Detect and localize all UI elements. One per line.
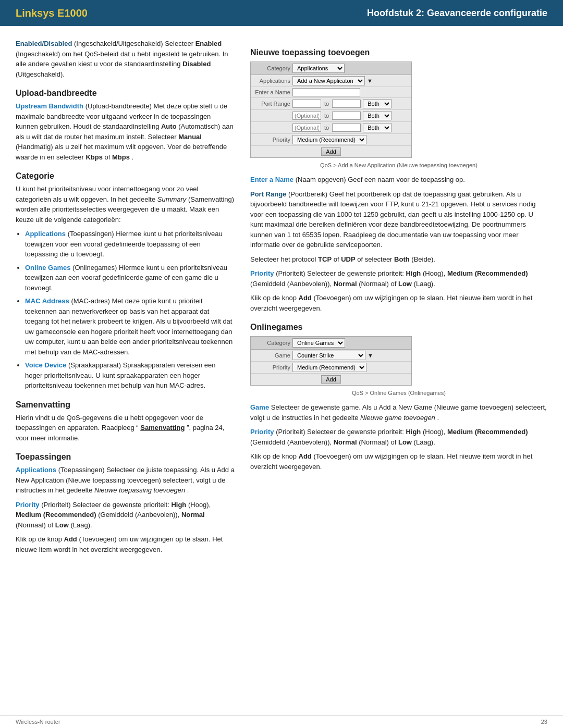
- qos-game-row: Game Counter Strike ▼: [251, 350, 411, 362]
- game-para: Game Selecteer de gewenste game. Als u A…: [250, 402, 547, 423]
- game-category-dropdown[interactable]: Online Games: [292, 338, 345, 348]
- qos-game-add-row: Add: [251, 374, 411, 385]
- game-priority-dropdown[interactable]: Medium (Recommend) High Normal Low: [292, 363, 366, 372]
- category-label: Category: [254, 65, 290, 71]
- mac-address-label: MAC Address: [25, 297, 69, 305]
- protocol-dropdown-3[interactable]: Both: [363, 123, 391, 132]
- enabled-disabled-label: Enabled/Disabled: [16, 40, 72, 47]
- add-para-left: Klik op de knop Add (Toevoegen) om uw wi…: [16, 534, 235, 554]
- onlinegames-heading: Onlinegames: [250, 323, 547, 332]
- qos-game-caption: QoS > Online Games (Onlinegames): [250, 390, 547, 396]
- port-range-blue: Port Range: [250, 190, 286, 198]
- port-to-1[interactable]: [332, 100, 361, 108]
- qos-game-container: Category Online Games Game Counter Strik…: [250, 336, 547, 388]
- port-range-label: Port Range: [254, 101, 290, 107]
- disabled-bold: Disabled: [182, 60, 211, 68]
- applications-dropdown[interactable]: Add a New Applicaton: [292, 76, 365, 85]
- voice-device-label: Voice Device: [25, 361, 66, 369]
- applications-field-label: Applications: [254, 78, 290, 84]
- priority-label-left: Priority: [16, 501, 40, 509]
- list-item: Voice Device (Spraakapparaat) Spraakappa…: [25, 360, 235, 391]
- qos-port-row1: Port Range to Both TCP UDP: [251, 98, 411, 110]
- game-priority-label: Priority: [254, 364, 290, 371]
- footer-left: Wireless-N router: [16, 719, 60, 725]
- game-blue-label: Game: [250, 403, 269, 411]
- samenvatting-heading: Samenvatting: [16, 400, 235, 410]
- add-application-button[interactable]: Add: [321, 147, 341, 156]
- upload-para: Upstream Bandwidth (Upload-bandbreedte) …: [16, 101, 235, 162]
- add-game-button[interactable]: Add: [321, 375, 341, 384]
- page-footer: Wireless-N router 23: [0, 715, 563, 728]
- enter-name-blue: Enter a Name: [250, 176, 293, 183]
- port-from-3[interactable]: [292, 124, 321, 132]
- qos-app-caption: QoS > Add a New Application (Nieuwe toep…: [250, 162, 547, 168]
- enter-name-label: Enter a Name: [254, 89, 290, 95]
- applications-label2: Applications: [16, 466, 56, 474]
- qos-add-row: Add: [251, 146, 411, 157]
- right-column: Nieuwe toepassing toevoegen Category App…: [250, 39, 547, 559]
- applications-label: Applications: [25, 230, 66, 238]
- list-item: Applications (Toepassingen) Hiermee kunt…: [25, 229, 235, 260]
- game-label: Game: [254, 352, 290, 359]
- upstream-label: Upstream Bandwidth: [16, 102, 83, 110]
- toepassingen-heading: Toepassingen: [16, 452, 235, 462]
- qos-name-row: Enter a Name: [251, 87, 411, 98]
- protocol-dropdown-2[interactable]: Both: [363, 111, 391, 120]
- add-para-game: Klik op de knop Add (Toevoegen) om uw wi…: [250, 451, 547, 472]
- qos-port-row2: to Both: [251, 110, 411, 122]
- enter-name-input[interactable]: [292, 88, 360, 96]
- priority-field-label: Priority: [254, 137, 290, 143]
- qos-applications-row: Applications Add a New Applicaton ▼: [251, 75, 411, 87]
- game-dropdown[interactable]: Counter Strike: [292, 351, 365, 360]
- category-dropdown[interactable]: Applications: [292, 64, 345, 73]
- qos-game-category-row: Category Online Games: [251, 337, 411, 350]
- game-category-label: Category: [254, 340, 290, 346]
- port-range-para: Port Range (Poortbereik) Geef het poortb…: [250, 189, 547, 250]
- protocol-para: Selecteer het protocol TCP of UDP of sel…: [250, 254, 547, 265]
- footer-right: 23: [541, 719, 547, 725]
- brand-title: Linksys E1000: [16, 7, 88, 19]
- samenvatting-para: Hierin vindt u de QoS-gegevens die u heb…: [16, 413, 235, 443]
- page-content: Enabled/Disabled (Ingeschakeld/Uitgescha…: [0, 26, 563, 571]
- enter-name-para: Enter a Name (Naam opgeven) Geef een naa…: [250, 175, 547, 185]
- page-header: Linksys E1000 Hoofdstuk 2: Geavanceerde …: [0, 0, 563, 26]
- enabled-bold: Enabled: [195, 40, 222, 47]
- toepassingen-para1: Applications (Toepassingen) Selecteer de…: [16, 465, 235, 496]
- protocol-dropdown-1[interactable]: Both TCP UDP: [363, 99, 391, 108]
- priority-dropdown[interactable]: Medium (Recommend) High Normal Low: [292, 135, 366, 144]
- qos-priority-row: Priority Medium (Recommend) High Normal …: [251, 134, 411, 146]
- qos-port-row3: to Both: [251, 122, 411, 134]
- port-to-2[interactable]: [332, 112, 361, 120]
- intro-para: Enabled/Disabled (Ingeschakeld/Uitgescha…: [16, 39, 235, 79]
- add-para-right: Klik op de knop Add (Toevoegen) om uw wi…: [250, 293, 547, 313]
- port-from-1[interactable]: [292, 100, 321, 108]
- list-item: MAC Address (MAC-adres) Met deze optie k…: [25, 296, 235, 357]
- priority-label-right: Priority: [250, 269, 274, 277]
- categorie-para: U kunt het prioriteitsniveau voor intern…: [16, 184, 235, 225]
- upload-heading: Upload-bandbreedte: [16, 89, 235, 98]
- category-list: Applications (Toepassingen) Hiermee kunt…: [25, 229, 235, 391]
- qos-app-container: Category Applications Applications Add a…: [250, 61, 547, 160]
- list-item: Online Games (Onlinegames) Hiermee kunt …: [25, 263, 235, 293]
- port-from-2[interactable]: [292, 112, 321, 120]
- samenvatting-link: Samenvatting: [140, 424, 185, 431]
- qos-game-priority-row: Priority Medium (Recommend) High Normal …: [251, 362, 411, 374]
- categorie-heading: Categorie: [16, 171, 235, 181]
- priority-para-game: Priority (Prioriteit) Selecteer de gewen…: [250, 427, 547, 447]
- priority-label-game: Priority: [250, 428, 274, 436]
- priority-para-right: Priority (Prioriteit) Selecteer de gewen…: [250, 268, 547, 289]
- qos-app-box: Category Applications Applications Add a…: [250, 61, 412, 158]
- qos-category-row: Category Applications: [251, 62, 411, 75]
- qos-game-box: Category Online Games Game Counter Strik…: [250, 336, 412, 386]
- chapter-title: Hoofdstuk 2: Geavanceerde configuratie: [367, 8, 547, 19]
- port-to-3[interactable]: [332, 124, 361, 132]
- nieuwe-heading: Nieuwe toepassing toevoegen: [250, 48, 547, 57]
- online-games-label: Online Games: [25, 264, 70, 272]
- priority-para-left: Priority (Prioriteit) Selecteer de gewen…: [16, 500, 235, 530]
- left-column: Enabled/Disabled (Ingeschakeld/Uitgescha…: [16, 39, 235, 559]
